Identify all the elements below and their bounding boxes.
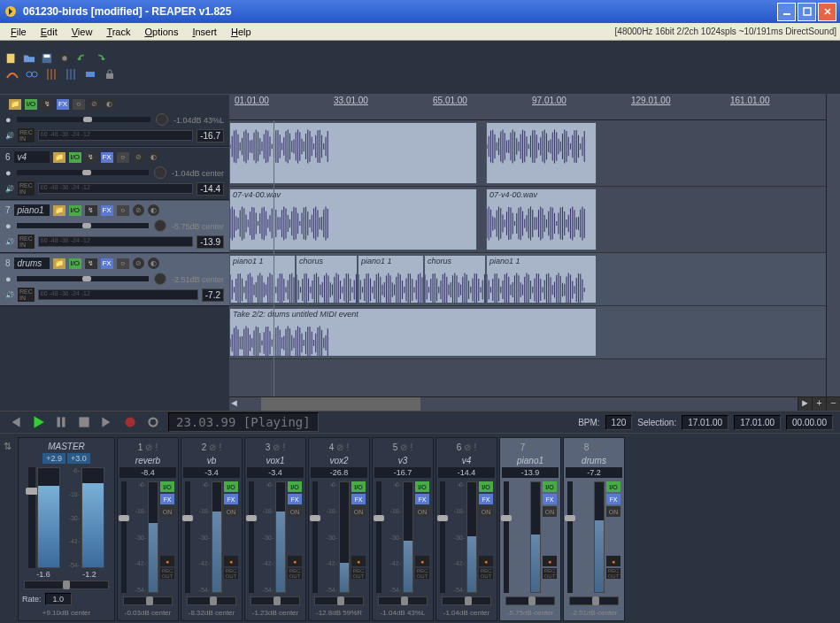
autocrossfade-icon[interactable] — [5, 67, 19, 81]
forward-button[interactable] — [99, 414, 115, 430]
channel-fader[interactable] — [567, 481, 573, 593]
selection-end[interactable]: 17.01.00 — [734, 415, 781, 430]
track-lane[interactable]: piano1 1choruspiano1 1choruspiano1 1 — [229, 253, 840, 306]
channel-name[interactable]: vox2 — [311, 454, 367, 467]
channel-pan[interactable] — [314, 596, 364, 605]
master-clip-l[interactable]: -1.6 — [36, 570, 50, 579]
envelope-icon[interactable] — [25, 67, 39, 81]
channel-fader[interactable] — [249, 481, 254, 593]
io-button[interactable]: I/O — [415, 481, 429, 492]
media-clip[interactable]: chorus — [296, 255, 358, 304]
channel-peak[interactable]: -16.7 — [374, 467, 431, 478]
media-clip[interactable]: chorus — [424, 255, 486, 304]
phase-button[interactable]: ⊘ — [133, 151, 144, 163]
channel-fader[interactable] — [121, 481, 127, 593]
recmon-button[interactable]: RECIN — [18, 128, 35, 142]
track-header[interactable]: 6 v4 📁 I/O ↯ FX ○ ⊘ ◐ ● -1.04dB center 🔊… — [0, 147, 229, 200]
master-fader[interactable] — [28, 467, 35, 568]
fx-button[interactable]: FX — [101, 258, 113, 269]
channel-name[interactable]: drums — [566, 454, 622, 467]
envelope-button[interactable]: ◐ — [104, 98, 115, 110]
folder-icon[interactable]: 📁 — [53, 258, 66, 269]
io-button[interactable]: I/O — [479, 481, 493, 492]
phase-button[interactable]: ⊘ — [89, 98, 100, 110]
channel-name[interactable]: vb — [183, 454, 240, 467]
grid-icon[interactable] — [44, 67, 58, 81]
mixer-channel[interactable]: 7 ⊘ ! piano1 -13.9 -6--18--30--42--54- I… — [499, 437, 561, 621]
maximize-button[interactable] — [798, 3, 816, 21]
master-clip-r[interactable]: -1.2 — [82, 570, 96, 579]
menu-options[interactable]: Options — [137, 25, 185, 39]
channel-name[interactable]: vox1 — [247, 454, 304, 467]
channel-fader[interactable] — [376, 481, 381, 593]
volume-slider[interactable] — [17, 170, 149, 175]
fx-on-button[interactable]: ON — [160, 506, 174, 517]
phase-icon[interactable]: ⊘ — [400, 442, 407, 452]
phase-button[interactable]: ⊘ — [133, 204, 144, 216]
channel-peak[interactable]: -13.9 — [502, 467, 559, 478]
fx-button[interactable]: FX — [606, 494, 620, 504]
fx-on-button[interactable]: ON — [543, 506, 557, 517]
channel-peak[interactable]: -26.8 — [311, 467, 367, 478]
envelope-button[interactable]: ◐ — [148, 258, 159, 269]
phase-icon[interactable]: ⊘ — [209, 442, 216, 452]
record-arm-button[interactable]: ● — [479, 556, 493, 566]
mixer-channel[interactable]: 8 ⊘ ! drums -7.2 -6--18--30--42--54- I/O… — [563, 437, 625, 621]
channel-pan[interactable] — [442, 596, 491, 605]
play-button[interactable] — [30, 414, 46, 430]
recmon-button[interactable]: RECOUT — [543, 568, 557, 579]
channel-pan[interactable] — [250, 596, 300, 605]
folder-icon[interactable]: 📁 — [53, 205, 66, 216]
fx-button[interactable]: FX — [160, 494, 174, 504]
record-arm-button[interactable]: ● — [543, 556, 557, 566]
channel-peak[interactable]: -8.4 — [119, 467, 176, 478]
fx-bypass-button[interactable]: ○ — [117, 152, 129, 163]
ripple-icon[interactable] — [83, 67, 97, 81]
channel-name[interactable]: v4 — [438, 454, 495, 467]
channel-fader[interactable] — [440, 481, 445, 593]
rate-value[interactable]: 1.0 — [45, 593, 73, 605]
menu-track[interactable]: Track — [99, 25, 137, 39]
record-arm-button[interactable]: ● — [606, 556, 620, 566]
media-clip[interactable] — [229, 122, 477, 184]
track-header[interactable]: 8 drums 📁 I/O ↯ FX ○ ⊘ ◐ ● -2.51dB cente… — [0, 253, 229, 306]
envelope-button[interactable]: ◐ — [148, 204, 159, 216]
channel-pan[interactable] — [505, 596, 555, 605]
io-button[interactable]: I/O — [543, 481, 557, 492]
timeline-area[interactable]: 01.01.000:00.00033.01.001:04.00065.01.00… — [229, 94, 840, 411]
mixer-toggle-icon[interactable]: ⇅ — [4, 437, 16, 621]
pan-knob[interactable] — [154, 273, 166, 285]
settings-icon[interactable] — [58, 51, 71, 65]
lock-icon[interactable] — [103, 67, 117, 81]
media-clip[interactable] — [486, 122, 597, 184]
fx-on-button[interactable]: ON — [224, 506, 238, 517]
pause-button[interactable] — [53, 414, 69, 430]
undo-icon[interactable] — [76, 51, 89, 65]
snap-icon[interactable] — [64, 67, 78, 81]
io-button[interactable]: I/O — [288, 481, 302, 492]
mixer-channel[interactable]: 2 ⊘ ! vb -3.4 -6--18--30--42--54- I/O FX… — [181, 437, 243, 621]
redo-icon[interactable] — [94, 51, 106, 65]
env-icon[interactable]: ! — [537, 442, 540, 452]
track-peak[interactable]: -13.9 — [197, 235, 224, 249]
horizontal-scrollbar[interactable]: ◄ ► + − — [229, 396, 840, 411]
io-button[interactable]: I/O — [25, 99, 37, 110]
track-lane[interactable]: 07-v4-00.wav07-v4-00.wav — [229, 187, 840, 253]
volume-slider[interactable] — [17, 276, 149, 281]
rewind-button[interactable] — [7, 414, 23, 430]
fx-bypass-button[interactable]: ○ — [117, 258, 129, 269]
env-button[interactable]: ↯ — [85, 205, 97, 216]
scroll-left-icon[interactable]: ◄ — [229, 397, 243, 411]
env-icon[interactable]: ! — [346, 442, 349, 452]
selection-start[interactable]: 17.01.00 — [682, 415, 728, 430]
menu-file[interactable]: File — [4, 25, 34, 39]
env-button[interactable]: ↯ — [85, 258, 97, 269]
io-button[interactable]: I/O — [351, 481, 366, 492]
channel-fader[interactable] — [312, 481, 318, 593]
io-button[interactable]: I/O — [160, 481, 174, 492]
menu-edit[interactable]: Edit — [34, 25, 65, 39]
zoom-out-icon[interactable]: − — [826, 397, 840, 411]
recmon-button[interactable]: RECOUT — [224, 568, 238, 579]
media-clip[interactable]: piano1 1 — [229, 255, 296, 304]
master-channel[interactable]: MASTER +2.9+3.0 -6--18--30--42--54- -1.6… — [18, 437, 115, 621]
